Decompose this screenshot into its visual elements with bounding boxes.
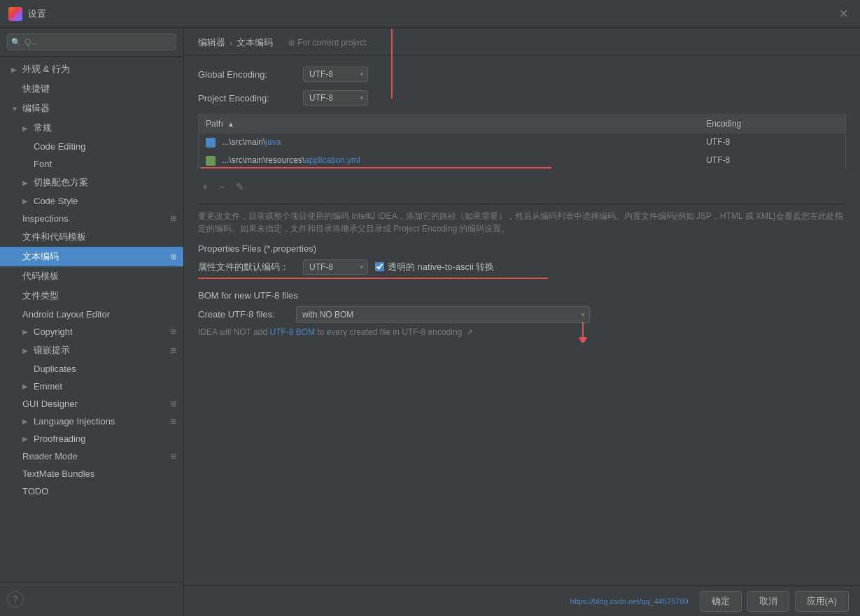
- sidebar-item-label: 外观 & 行为: [22, 63, 176, 76]
- sidebar-item-android-layout[interactable]: Android Layout Editor: [0, 306, 183, 323]
- breadcrumb-separator: ›: [230, 38, 232, 48]
- annotation-arrow-svg: [569, 322, 597, 343]
- properties-encoding-row: 属性文件的默认编码： UTF-8 ISO-8859-1 GBK 透明的 nati…: [198, 259, 846, 275]
- cancel-button[interactable]: 取消: [747, 591, 789, 612]
- settings-window: 设置 ✕ 🔍 ▶ 外观 & 行为 快捷键: [0, 0, 860, 616]
- sidebar-item-gui-designer[interactable]: GUI Designer ⊞: [0, 395, 183, 413]
- project-encoding-label: Project Encoding:: [198, 93, 303, 103]
- sort-arrow-path: ▲: [227, 120, 234, 128]
- properties-section-title: Properties Files (*.properties): [198, 243, 846, 254]
- properties-encoding-select-wrapper: UTF-8 ISO-8859-1 GBK: [303, 259, 368, 275]
- sidebar-item-label: TODO: [22, 486, 176, 496]
- global-encoding-select-wrapper: UTF-8 ISO-8859-1 GBK: [303, 66, 368, 82]
- search-input[interactable]: [7, 34, 176, 50]
- global-encoding-row: Global Encoding: UTF-8 ISO-8859-1 GBK: [198, 66, 846, 82]
- project-encoding-select[interactable]: UTF-8 ISO-8859-1 GBK: [303, 90, 368, 106]
- sidebar-item-file-encodings[interactable]: 文本编码 ⊞: [0, 247, 183, 266]
- app-icon: [8, 7, 22, 21]
- content-header: 编辑器 › 文本编码 ⊞ For current project: [184, 28, 860, 55]
- sidebar-item-code-editing[interactable]: Code Editing: [0, 138, 183, 155]
- sidebar-item-copyright[interactable]: ▶ Copyright ⊞: [0, 323, 183, 341]
- sidebar-item-inlay-hints[interactable]: ▶ 镶嵌提示 ⊞: [0, 341, 183, 360]
- file-yml-icon: [206, 156, 216, 166]
- sidebar-item-proofreading[interactable]: ▶ Proofreading: [0, 430, 183, 447]
- annotation-vline: [391, 29, 393, 99]
- sidebar-item-emmet[interactable]: ▶ Emmet: [0, 378, 183, 395]
- sidebar-item-duplicates[interactable]: Duplicates: [0, 360, 183, 378]
- sidebar-bottom: ?: [0, 582, 183, 616]
- native-to-ascii-checkbox[interactable]: [375, 262, 384, 271]
- info-text: 要更改文件，目录或整个项目使用的编码 IntelliJ IDEA，添加它的路径（…: [198, 203, 846, 235]
- sidebar-item-reader-mode[interactable]: Reader Mode ⊞: [0, 447, 183, 465]
- sidebar-item-font[interactable]: Font: [0, 155, 183, 173]
- sidebar-item-label: Language Injections: [34, 416, 170, 427]
- sidebar-item-color-scheme[interactable]: ▶ 切换配色方案: [0, 173, 183, 192]
- confirm-button[interactable]: 确定: [700, 591, 742, 612]
- sidebar-item-label: GUI Designer: [22, 399, 170, 409]
- table-row[interactable]: ...\src\main\java UTF-8: [199, 134, 846, 152]
- sidebar-item-label: Android Layout Editor: [22, 309, 176, 320]
- sidebar-item-inspections[interactable]: Inspections ⊞: [0, 210, 183, 227]
- remove-path-button[interactable]: −: [215, 180, 229, 194]
- project-link[interactable]: ⊞ For current project: [288, 38, 366, 48]
- sidebar-item-general[interactable]: ▶ 常规: [0, 118, 183, 138]
- annotation-underline-1: [200, 167, 551, 169]
- sidebar-item-live-templates[interactable]: 代码模板: [0, 266, 183, 286]
- expand-arrow-editor: ▼: [11, 105, 20, 113]
- sidebar-item-file-types[interactable]: 文件类型: [0, 286, 183, 306]
- project-link-icon: ⊞: [288, 38, 295, 48]
- sidebar-item-label: 快捷键: [22, 83, 176, 95]
- sidebar-item-textmate[interactable]: TextMate Bundles: [0, 465, 183, 482]
- sidebar-item-keymap[interactable]: 快捷键: [0, 79, 183, 99]
- sidebar-item-label: Duplicates: [34, 364, 176, 374]
- table-header-path[interactable]: Path ▲: [199, 115, 700, 134]
- sidebar-item-label: Copyright: [34, 327, 170, 337]
- bom-section: BOM for new UTF-8 files Create UTF-8 fil…: [198, 290, 846, 337]
- sidebar-item-lang-injections[interactable]: ▶ Language Injections ⊞: [0, 413, 183, 430]
- sidebar-item-todo[interactable]: TODO: [0, 482, 183, 500]
- badge-icon-encodings: ⊞: [170, 252, 176, 262]
- sidebar-item-label: 文本编码: [22, 250, 170, 263]
- table-row[interactable]: ...\src\main\resources\application.yml U…: [199, 151, 846, 169]
- sidebar-item-label: 文件和代码模板: [22, 231, 176, 243]
- bom-select-wrapper: with NO BOM with BOM: [296, 306, 590, 323]
- expand-arrow-color-scheme: ▶: [22, 179, 31, 187]
- sidebar-item-code-style[interactable]: ▶ Code Style: [0, 192, 183, 210]
- add-path-button[interactable]: +: [198, 180, 212, 194]
- native-to-ascii-checkbox-wrapper[interactable]: 透明的 native-to-ascii 转换: [375, 261, 494, 273]
- close-button[interactable]: ✕: [835, 6, 852, 22]
- bom-section-title: BOM for new UTF-8 files: [198, 290, 846, 301]
- sidebar-item-editor[interactable]: ▼ 编辑器: [0, 99, 183, 118]
- create-utf8-label: Create UTF-8 files:: [198, 309, 289, 320]
- global-encoding-select[interactable]: UTF-8 ISO-8859-1 GBK: [303, 66, 368, 82]
- idea-note: IDEA will NOT add UTF-8 BOM to every cre…: [198, 327, 846, 337]
- csdn-link: https://blog.csdn.net/qq_44575789: [570, 597, 689, 606]
- create-utf8-row: Create UTF-8 files: with NO BOM with BOM: [198, 306, 846, 323]
- apply-button[interactable]: 应用(A): [795, 591, 849, 612]
- utf8-bom-link[interactable]: UTF-8 BOM: [269, 327, 315, 337]
- sidebar-item-file-templates[interactable]: 文件和代码模板: [0, 227, 183, 247]
- search-icon: 🔍: [11, 38, 21, 47]
- main-content: 🔍 ▶ 外观 & 行为 快捷键 ▼ 编辑器: [0, 28, 860, 616]
- expand-arrow-code-style: ▶: [22, 197, 31, 205]
- help-button[interactable]: ?: [7, 591, 24, 608]
- path-bold: java: [265, 137, 281, 147]
- bottom-bar: https://blog.csdn.net/qq_44575789 确定 取消 …: [184, 585, 860, 616]
- sidebar-item-label: 镶嵌提示: [34, 344, 170, 357]
- properties-encoding-select[interactable]: UTF-8 ISO-8859-1 GBK: [303, 259, 368, 275]
- table-cell-path: ...\src\main\resources\application.yml: [199, 151, 700, 169]
- sidebar-item-label: 常规: [34, 122, 176, 134]
- badge-icon-lang: ⊞: [170, 417, 176, 426]
- edit-path-button[interactable]: ✎: [232, 180, 248, 194]
- bom-select[interactable]: with NO BOM with BOM: [296, 306, 590, 323]
- sidebar-item-label: Code Editing: [34, 141, 176, 152]
- badge-icon-inlay: ⊞: [170, 346, 176, 355]
- project-encoding-row: Project Encoding: UTF-8 ISO-8859-1 GBK: [198, 90, 846, 106]
- sidebar-item-label: 代码模板: [22, 270, 176, 282]
- sidebar-item-label: Font: [34, 159, 176, 169]
- properties-encoding-label: 属性文件的默认编码：: [198, 261, 289, 273]
- sidebar-item-appearance[interactable]: ▶ 外观 & 行为: [0, 59, 183, 79]
- breadcrumb-current: 文本编码: [237, 36, 273, 49]
- sidebar-item-label: Reader Mode: [22, 451, 170, 461]
- breadcrumb: 编辑器 › 文本编码 ⊞ For current project: [198, 36, 366, 49]
